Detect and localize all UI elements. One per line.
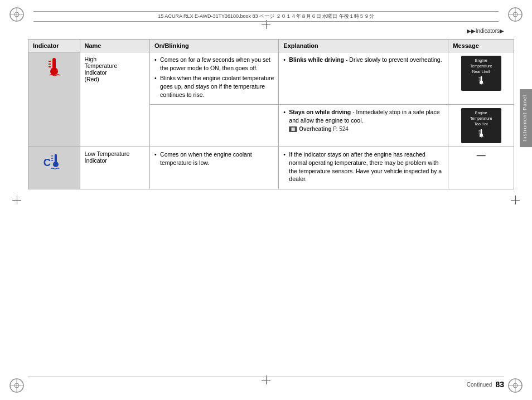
header-navigation: ▶▶Indicators▶ <box>467 28 504 34</box>
list-item: Comes on for a few seconds when you set … <box>154 56 274 72</box>
high-temp-explanation-cell-1: Blinks while driving - Drive slowly to p… <box>279 52 448 105</box>
low-temp-on-blinking-cell: Comes on when the engine coolant tempera… <box>150 147 279 189</box>
high-temp-svg <box>43 56 65 78</box>
high-temp-on-blinking-cell-1: Comes on for a few seconds when you set … <box>150 52 279 105</box>
list-item: Blinks when the engine coolant temperatu… <box>154 74 274 99</box>
list-item: If the indicator stays on after the engi… <box>283 150 443 183</box>
table-row: C <box>28 147 514 189</box>
high-temp-icon <box>33 56 75 81</box>
msg-text: EngineTemperatureToo Hot <box>464 110 499 126</box>
corner-decoration-tl <box>9 7 25 22</box>
svg-text:C: C <box>43 157 50 169</box>
svg-rect-21 <box>480 76 482 81</box>
col-message: Message <box>448 40 514 52</box>
corner-decoration-tr <box>507 7 523 22</box>
book-icon: 🔲 <box>289 126 297 132</box>
section-tab: Instrument Panel <box>520 89 532 147</box>
svg-point-22 <box>480 81 483 84</box>
high-temp-name-cell: HighTemperatureIndicator(Red) <box>80 52 150 147</box>
msg-icon-2 <box>464 128 499 142</box>
msg-icon <box>464 75 499 89</box>
svg-rect-26 <box>480 129 482 134</box>
crosshair-left <box>12 196 21 204</box>
low-temp-blinking-list: Comes on when the engine coolant tempera… <box>154 150 274 167</box>
col-explanation: Explanation <box>279 40 448 52</box>
continued-label: Continued <box>467 382 492 388</box>
corner-decoration-br <box>507 378 523 393</box>
svg-point-17 <box>50 67 58 75</box>
col-name: Name <box>80 40 150 52</box>
indicators-table: Indicator Name On/Blinking Explanation M… <box>28 39 514 189</box>
high-temp-message-cell-2: EngineTemperatureToo Hot <box>448 105 514 147</box>
msg-text: Engine TemperatureNear Limit <box>464 58 499 74</box>
high-temp-message-cell-1: Engine TemperatureNear Limit <box>448 52 514 105</box>
bottom-bar: Continued 83 <box>28 377 504 389</box>
table-header-row: Indicator Name On/Blinking Explanation M… <box>28 40 514 52</box>
list-item: Comes on when the engine coolant tempera… <box>154 150 274 167</box>
low-temp-explanation-list: If the indicator stays on after the engi… <box>283 150 443 183</box>
low-temp-indicator-cell: C <box>28 147 80 189</box>
high-temp-explanation-list-1: Blinks while driving - Drive slowly to p… <box>283 56 443 64</box>
low-temp-name-cell: Low TemperatureIndicator <box>80 147 150 189</box>
list-item: Blinks while driving - Drive slowly to p… <box>283 56 443 64</box>
high-temp-explanation-list-2: Stays on while driving - Immediately sto… <box>283 108 443 133</box>
main-content: Indicator Name On/Blinking Explanation M… <box>28 39 514 378</box>
high-temp-explanation-cell-2: Stays on while driving - Immediately sto… <box>279 105 448 147</box>
overheating-link: 🔲 Overheating P. 524 <box>289 126 349 132</box>
low-temp-message-cell: — <box>448 147 514 189</box>
svg-point-33 <box>53 162 59 167</box>
corner-decoration-bl <box>9 378 25 393</box>
high-temp-blinking-list: Comes on for a few seconds when you set … <box>154 56 274 99</box>
low-temp-explanation-cell: If the indicator stays on after the engi… <box>279 147 448 189</box>
message-box-near-limit: Engine TemperatureNear Limit <box>461 56 501 91</box>
list-item: Stays on while driving - Immediately sto… <box>283 108 443 133</box>
high-temp-indicator-cell <box>28 52 80 147</box>
page-number: 83 <box>495 380 504 389</box>
svg-rect-32 <box>55 154 57 163</box>
message-box-too-hot: EngineTemperatureToo Hot <box>461 108 501 143</box>
high-temp-on-blinking-cell-2 <box>150 105 279 147</box>
page: 15 ACURA RLX E-AWD-31TY36100.book 83 ページ… <box>0 0 532 400</box>
low-temp-icon: C <box>33 150 75 174</box>
table-row: HighTemperatureIndicator(Red) Comes on f… <box>28 52 514 105</box>
col-indicator: Indicator <box>28 40 80 52</box>
svg-point-27 <box>480 133 483 136</box>
col-on-blinking: On/Blinking <box>150 40 279 52</box>
file-info-bar: 15 ACURA RLX E-AWD-31TY36100.book 83 ページ… <box>33 11 499 22</box>
